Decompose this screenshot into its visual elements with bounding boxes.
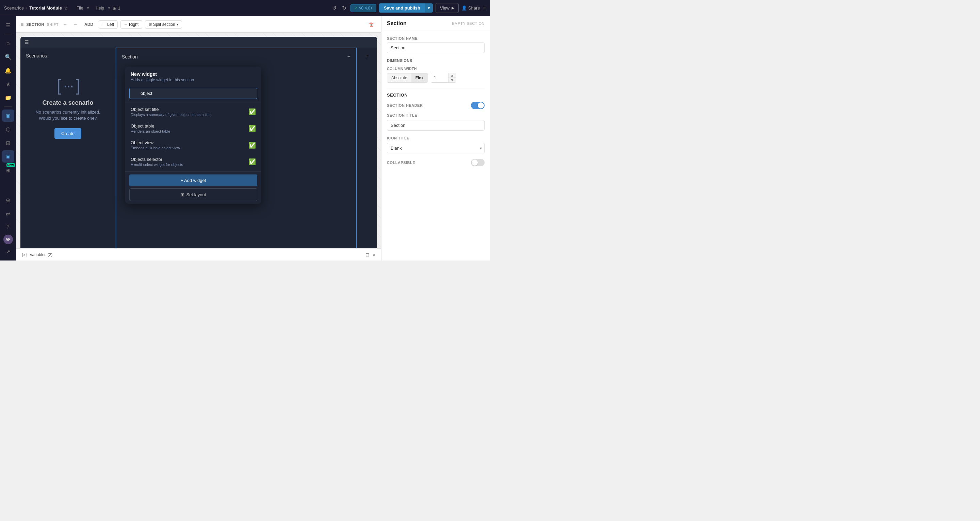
widget-check-3: ✅: [248, 141, 256, 149]
right-panel: Section EMPTY SECTION SECTION NAME DIMEN…: [381, 16, 490, 260]
share-user-icon: 👤: [461, 5, 467, 11]
create-button[interactable]: Create: [54, 128, 81, 139]
sidebar-item-search[interactable]: 🔍: [2, 51, 14, 63]
save-publish-dropdown[interactable]: ▾: [425, 3, 433, 13]
sidebar-item-notifications[interactable]: 🔔: [2, 64, 14, 76]
icon-title-select[interactable]: Blank: [387, 143, 485, 153]
add-widget-button[interactable]: + Add widget: [129, 175, 257, 186]
create-scenario-area: [ ··· ] Create a scenario No scenarios c…: [26, 64, 110, 152]
sidebar-item-builder[interactable]: ▣: [2, 110, 14, 122]
sidebar-item-shuffle[interactable]: ⇄: [2, 207, 14, 220]
widget-search-input[interactable]: [129, 88, 257, 99]
module-header-icon: ☰: [24, 40, 29, 45]
list-item[interactable]: Object table Renders an object table ✅: [125, 120, 261, 137]
sidebar-item-favorites[interactable]: ★: [2, 78, 14, 90]
icon-title-label: ICON TITLE: [387, 136, 485, 140]
left-button[interactable]: ⊢ Left: [99, 21, 118, 29]
divider-1: [387, 88, 485, 89]
widget-item-name-3: Object view: [130, 140, 180, 145]
view-label: View: [440, 5, 450, 11]
filter-button[interactable]: ⊟: [366, 252, 369, 257]
version-badge[interactable]: ✓ v0.4.0+: [350, 4, 376, 12]
sidebar-item-objects[interactable]: ⬡: [2, 123, 14, 135]
collapsible-toggle[interactable]: [471, 159, 485, 166]
breadcrumb-separator: ›: [26, 5, 27, 11]
toggle-knob-off: [472, 159, 478, 166]
right-panel-placeholder: +: [356, 48, 377, 248]
widget-dropdown-subtitle: Adds a single widget in this section: [130, 78, 256, 82]
shift-right-button[interactable]: →: [72, 21, 79, 29]
bottom-bar-right: ⊟ ∧: [366, 252, 375, 257]
save-publish-group: Save and publish ▾: [379, 3, 433, 13]
section-panel-header: Section +: [122, 54, 350, 60]
star-icon[interactable]: ☆: [64, 5, 68, 11]
shift-left-button[interactable]: ←: [61, 21, 69, 29]
sidebar-item-new[interactable]: ◉ NEW: [2, 164, 14, 176]
section-name-input[interactable]: [387, 43, 485, 53]
sidebar-divider-2: [4, 106, 12, 107]
sidebar-item-integrations[interactable]: ⊕: [2, 194, 14, 206]
sidebar-item-grid[interactable]: ⊞: [2, 137, 14, 149]
save-publish-button[interactable]: Save and publish: [379, 3, 425, 13]
flex-button[interactable]: Flex: [411, 73, 428, 82]
column-value-input[interactable]: [431, 73, 448, 82]
list-item[interactable]: Object view Embeds a Hubble object view …: [125, 137, 261, 153]
collapsible-row: COLLAPSIBLE: [387, 159, 485, 166]
share-button[interactable]: 👤 Share: [461, 5, 480, 11]
share-label: Share: [468, 5, 480, 11]
options-menu-button[interactable]: ≡: [483, 5, 486, 11]
scenarios-panel: Scenarios [ ··· ] Create a scenario No s…: [21, 48, 116, 248]
create-title: Create a scenario: [42, 99, 93, 106]
view-play-icon: ▶: [452, 6, 454, 10]
collapse-button[interactable]: ∧: [372, 252, 375, 257]
main-layout: ☰ ⌂ 🔍 🔔 ★ 📁 ▣ ⬡ ⊞ ▣ ◉ NEW ⊕ ⇄ ? AF ↗ ≡ S…: [0, 16, 490, 260]
section-title-input[interactable]: [387, 120, 485, 130]
variables-label: Variables (2): [30, 253, 52, 257]
redo-button[interactable]: ↻: [340, 3, 348, 13]
section-header-row: SECTION HEADER: [387, 102, 485, 109]
absolute-button[interactable]: Absolute: [387, 73, 411, 82]
undo-button[interactable]: ↺: [331, 3, 338, 13]
toolbar-menu-icon[interactable]: ≡: [21, 21, 24, 27]
sidebar-item-help[interactable]: ?: [2, 221, 14, 233]
icon-title-select-wrapper: Blank ▾: [387, 143, 485, 153]
widget-item-desc-1: Displays a summary of given object set a…: [130, 113, 211, 117]
widget-item-name-4: Objects selector: [130, 157, 183, 162]
section-header-toggle[interactable]: [471, 102, 485, 109]
set-layout-button[interactable]: ⊞ Set layout: [129, 188, 257, 201]
split-section-button[interactable]: ⊞ Split section ▾: [145, 21, 182, 29]
help-menu[interactable]: Help: [95, 6, 104, 11]
sidebar-item-screens[interactable]: ▣: [2, 150, 14, 162]
sidebar-item-menu[interactable]: ☰: [2, 19, 14, 31]
number-spinners: ▲ ▼: [448, 73, 456, 82]
widget-dropdown-header: New widget Adds a single widget in this …: [125, 67, 261, 85]
sidebar-item-home[interactable]: ⌂: [2, 37, 14, 49]
left-icon: ⊢: [102, 22, 106, 27]
dimensions-label: DIMENSIONS: [387, 59, 485, 63]
right-panel-title: Section: [387, 21, 407, 27]
file-menu[interactable]: File: [76, 6, 83, 11]
section-title-label: SECTION TITLE: [387, 113, 485, 118]
section-add-button[interactable]: +: [347, 54, 350, 60]
canvas-area: ☰ Scenarios [ ··· ] Create a scenario No…: [16, 33, 381, 248]
view-button[interactable]: View ▶: [436, 3, 459, 13]
breadcrumb-parent[interactable]: Scenarios: [4, 5, 24, 11]
list-item[interactable]: Object set title Displays a summary of g…: [125, 103, 261, 120]
list-item[interactable]: Objects selector A multi-select widget f…: [125, 153, 261, 170]
top-bar-left: Scenarios › Tutorial Module ☆ File ▾ Hel…: [4, 5, 328, 11]
left-label: Left: [107, 22, 114, 27]
avatar[interactable]: AF: [3, 235, 13, 244]
right-button[interactable]: ⊣ Right: [121, 21, 142, 29]
add-label: ADD: [82, 22, 96, 27]
delete-section-button[interactable]: 🗑: [366, 20, 377, 29]
widget-check-4: ✅: [248, 158, 256, 166]
spinner-up[interactable]: ▲: [448, 73, 456, 78]
spinner-down[interactable]: ▼: [448, 78, 456, 82]
sidebar-item-external[interactable]: ↗: [2, 246, 14, 258]
widget-item-desc-2: Renders an object table: [130, 129, 170, 133]
breadcrumb-current: Tutorial Module: [29, 5, 62, 11]
right-panel-body: SECTION NAME DIMENSIONS COLUMN WIDTH Abs…: [382, 31, 490, 176]
right-add-button[interactable]: +: [366, 53, 369, 59]
left-sidebar: ☰ ⌂ 🔍 🔔 ★ 📁 ▣ ⬡ ⊞ ▣ ◉ NEW ⊕ ⇄ ? AF ↗: [0, 16, 16, 260]
sidebar-item-collections[interactable]: 📁: [2, 92, 14, 104]
